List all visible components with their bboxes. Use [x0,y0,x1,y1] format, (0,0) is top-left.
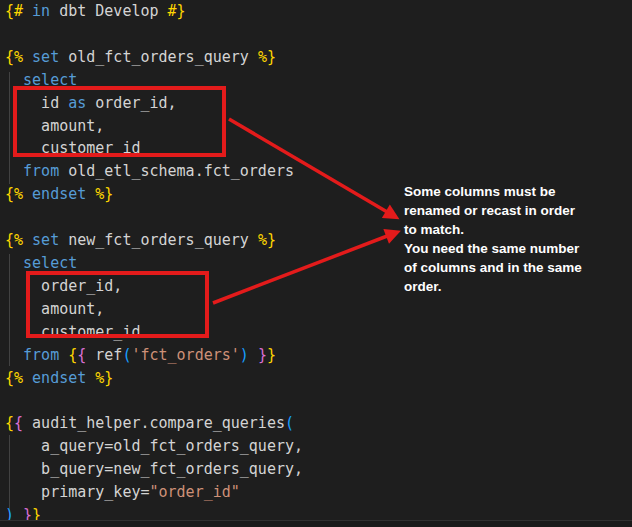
code-line: customer_id [5,137,632,160]
annotation-line: renamed or recast in order [404,201,619,220]
code-line: select [5,69,632,92]
code-token: endset [32,185,86,203]
code-token: a_query=old_fct_orders_query, [5,437,303,455]
code-line [5,389,632,412]
code-token: id [5,94,68,112]
code-token [23,48,32,66]
code-token: } [267,346,276,364]
code-token: select [23,71,77,89]
code-token: b_query=new_fct_orders_query, [5,460,303,478]
code-token: order_id, [86,94,176,112]
code-token: old_etl_schema.fct_orders [59,162,294,180]
code-token: select [23,254,77,272]
annotation-line: order. [404,277,619,296]
code-line: {% set old_fct_orders_query %} [5,46,632,69]
code-token [59,346,68,364]
code-token: %} [95,185,113,203]
code-token: %} [258,48,276,66]
annotation-line: Some columns must be [404,182,619,201]
code-line: amount, [5,115,632,138]
code-token [5,71,23,89]
code-token: from [23,346,59,364]
code-token: 'fct_orders' [131,346,239,364]
code-token [86,369,95,387]
code-token: ) [240,346,249,364]
code-token: dbt Develop [50,2,167,20]
code-line: {# in dbt Develop #} [5,0,632,23]
code-token [5,346,23,364]
code-token: #} [168,2,186,20]
code-line: from old_etl_schema.fct_orders [5,160,632,183]
code-token: customer_id [5,323,140,341]
code-token: as [68,94,86,112]
horizontal-scrollbar[interactable] [0,520,632,527]
code-token: amount, [5,117,104,135]
annotation-line: of columns and in the same [404,258,619,277]
code-token: { [5,414,14,432]
code-line: {% endset %} [5,367,632,390]
code-token: set [32,48,59,66]
code-token: {% [5,48,23,66]
code-token: customer_id [5,139,140,157]
code-token: in [32,2,50,20]
code-token: {% [5,369,23,387]
code-token: ( [285,414,294,432]
code-token [249,346,258,364]
code-line: b_query=new_fct_orders_query, [5,458,632,481]
code-token: old_fct_orders_query [59,48,258,66]
code-token [23,185,32,203]
code-token: "order_id" [150,483,240,501]
code-token [5,162,23,180]
code-token [86,185,95,203]
code-token [23,369,32,387]
annotation-line: to match. [404,220,619,239]
code-token: { [14,414,23,432]
code-line [5,23,632,46]
code-token: from [23,162,59,180]
code-line: from {{ ref('fct_orders') }} [5,344,632,367]
code-token: {% [5,231,23,249]
annotation-line: You need the same number [404,239,619,258]
code-line: {{ audit_helper.compare_queries( [5,412,632,435]
code-line: id as order_id, [5,92,632,115]
code-token: endset [32,369,86,387]
code-token: primary_key= [5,483,150,501]
code-token [5,254,23,272]
code-token: } [258,346,267,364]
code-token: {# [5,2,23,20]
code-token: set [32,231,59,249]
code-line: a_query=old_fct_orders_query, [5,435,632,458]
code-token: %} [258,231,276,249]
code-token: new_fct_orders_query [59,231,258,249]
code-line: customer_id [5,321,632,344]
code-token [23,2,32,20]
code-token: amount, [5,300,104,318]
code-token: order_id, [5,277,122,295]
code-token: { [77,346,86,364]
code-token [23,231,32,249]
code-token: {% [5,185,23,203]
code-token: %} [95,369,113,387]
code-token: ref [86,346,122,364]
code-line: amount, [5,298,632,321]
code-token: audit_helper.compare_queries [23,414,285,432]
annotation-note: Some columns must be renamed or recast i… [404,182,619,297]
editor-window: {# in dbt Develop #} {% set old_fct_orde… [0,0,632,527]
code-line: primary_key="order_id" [5,481,632,504]
code-token: { [68,346,77,364]
